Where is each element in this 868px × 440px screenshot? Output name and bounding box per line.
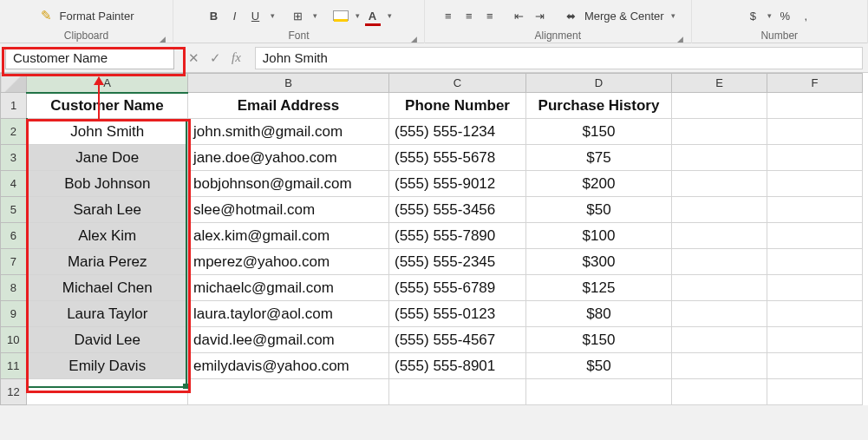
cell[interactable] [767,379,863,405]
dialog-launcher-icon[interactable]: ◢ [408,31,419,42]
cell[interactable]: bobjohnson@gmail.com [188,171,389,197]
row-header[interactable]: 12 [1,379,27,405]
column-header-A[interactable]: A [27,74,188,93]
cell[interactable]: $300 [526,249,672,275]
row-header[interactable]: 10 [1,327,27,353]
cell[interactable]: Phone Number [389,93,526,119]
fx-icon[interactable]: fx [232,50,241,65]
cell[interactable]: (555) 555-6789 [389,275,526,301]
cell[interactable]: Michael Chen [27,275,188,301]
select-all-cell[interactable] [1,74,27,93]
cell[interactable] [672,353,767,379]
align-right-button[interactable]: ≡ [482,8,498,23]
cell[interactable]: Purchase History [526,93,672,119]
chevron-down-icon[interactable]: ▾ [671,11,675,20]
chevron-down-icon[interactable]: ▾ [271,11,275,20]
cell[interactable] [188,379,389,405]
column-header-C[interactable]: C [389,74,526,93]
merge-center-label[interactable]: Merge & Center [584,10,664,23]
column-header-B[interactable]: B [188,74,389,93]
cell[interactable]: (555) 555-8901 [389,353,526,379]
cell[interactable]: Email Address [188,93,389,119]
chevron-down-icon[interactable]: ▾ [356,11,360,20]
cell[interactable] [672,379,767,405]
row-header[interactable]: 9 [1,301,27,327]
cell[interactable] [672,145,767,171]
cell[interactable] [767,249,863,275]
row-header[interactable]: 6 [1,223,27,249]
cell[interactable] [672,119,767,145]
accounting-format-button[interactable]: $ [745,8,760,23]
column-header-F[interactable]: F [767,74,863,93]
cell[interactable]: $125 [526,275,672,301]
cell[interactable]: $150 [526,119,672,145]
cell[interactable]: (555) 555-4567 [389,327,526,353]
cell[interactable]: (555) 555-7890 [389,223,526,249]
cell[interactable]: (555) 555-9012 [389,171,526,197]
italic-button[interactable]: I [227,8,243,23]
fill-color-button[interactable] [333,10,349,21]
cell[interactable]: Laura Taylor [27,301,188,327]
cell[interactable] [672,301,767,327]
cell[interactable] [672,223,767,249]
cell[interactable]: John Smith [27,119,188,145]
decrease-indent-button[interactable]: ⇤ [512,8,527,23]
underline-button[interactable]: U [248,8,264,23]
increase-indent-button[interactable]: ⇥ [532,8,548,23]
font-color-button[interactable]: A [365,8,381,23]
align-center-button[interactable]: ≡ [461,8,477,23]
cell[interactable] [767,171,863,197]
accept-formula-icon[interactable]: ✓ [210,50,221,66]
cell[interactable]: (555) 555-1234 [389,119,526,145]
chevron-down-icon[interactable]: ▾ [313,11,317,20]
cell[interactable]: $80 [526,301,672,327]
chevron-down-icon[interactable]: ▾ [767,11,772,20]
cell[interactable]: john.smith@gmail.com [188,119,389,145]
cell[interactable]: emilydavis@yahoo.com [188,353,389,379]
cell[interactable] [767,353,863,379]
row-header[interactable]: 1 [1,93,27,119]
spreadsheet-grid[interactable]: A B C D E F 1 Customer Name Email Addres… [0,73,868,405]
format-painter-label[interactable]: Format Painter [60,10,134,23]
cell[interactable]: Sarah Lee [27,197,188,223]
cell[interactable]: jane.doe@yahoo.com [188,145,389,171]
bold-button[interactable]: B [206,8,222,23]
cell[interactable]: Bob Johnson [27,171,188,197]
row-header[interactable]: 7 [1,249,27,275]
cell[interactable]: (555) 555-3456 [389,197,526,223]
cell[interactable]: michaelc@gmail.com [188,275,389,301]
cell[interactable] [672,327,767,353]
cancel-formula-icon[interactable]: ✕ [188,50,199,66]
row-header[interactable]: 4 [1,171,27,197]
row-header[interactable]: 5 [1,197,27,223]
cell[interactable] [672,249,767,275]
cell[interactable]: (555) 555-0123 [389,301,526,327]
cell[interactable] [389,379,526,405]
name-box[interactable]: Customer Name [5,47,174,69]
column-header-D[interactable]: D [526,74,672,93]
cell[interactable]: David Lee [27,327,188,353]
align-left-button[interactable]: ≡ [441,8,456,23]
cell[interactable]: Maria Perez [27,249,188,275]
column-header-E[interactable]: E [672,74,767,93]
cell[interactable]: laura.taylor@aol.com [188,301,389,327]
cell[interactable]: $200 [526,171,672,197]
percent-format-button[interactable]: % [777,8,793,23]
cell[interactable] [767,301,863,327]
cell[interactable] [672,275,767,301]
cell[interactable]: $50 [526,353,672,379]
cell[interactable]: Customer Name [27,93,188,119]
cell[interactable] [526,379,672,405]
row-header[interactable]: 2 [1,119,27,145]
row-header[interactable]: 3 [1,145,27,171]
merge-center-icon[interactable]: ⬌ [564,8,579,23]
cell[interactable]: Emily Davis [27,353,188,379]
cell[interactable]: Alex Kim [27,223,188,249]
cell[interactable]: $100 [526,223,672,249]
cell[interactable]: (555) 555-2345 [389,249,526,275]
comma-format-button[interactable]: , [798,8,813,23]
cell[interactable]: mperez@yahoo.com [188,249,389,275]
cell[interactable]: $50 [526,197,672,223]
cell[interactable]: (555) 555-5678 [389,145,526,171]
cell[interactable] [767,145,863,171]
